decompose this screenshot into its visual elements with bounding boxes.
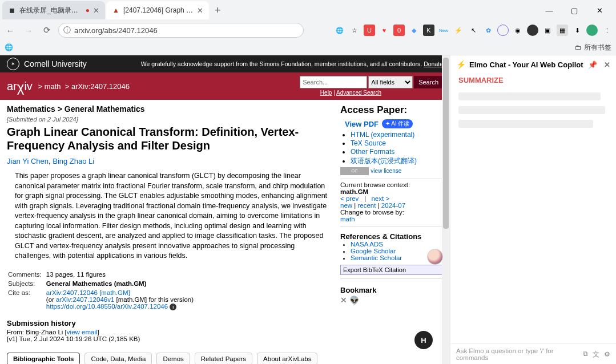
address-bar[interactable]: ⓘ arxiv.org/abs/2407.12046	[58, 23, 304, 38]
search-field-select[interactable]: All fields	[368, 76, 413, 88]
site-info-icon[interactable]: ⓘ	[63, 25, 71, 35]
access-sidebar: Access Paper: View PDF ✦ AI 伴读 HTML (exp…	[340, 104, 443, 364]
help-link[interactable]: Help	[320, 90, 332, 96]
view-pdf-link[interactable]: View PDF	[345, 120, 379, 128]
forward-button[interactable]: →	[22, 23, 35, 37]
label: Cite as:	[8, 289, 45, 311]
search-button[interactable]: Search	[414, 76, 443, 88]
ext-icon[interactable]: New	[438, 25, 449, 36]
recent-link[interactable]: recent	[358, 202, 376, 209]
ext-icon[interactable]: ♥	[379, 25, 390, 36]
ext-icon[interactable]	[527, 25, 538, 36]
ack-text: We gratefully acknowledge support from t…	[141, 60, 422, 67]
ext-icon[interactable]: 0	[393, 25, 405, 36]
ext-icon[interactable]: U	[364, 25, 375, 36]
tab-2-active[interactable]: ▲ [2407.12046] Graph Linear C… ✕	[106, 1, 209, 19]
reddit-icon[interactable]: 👽	[349, 296, 359, 305]
semscholar-link[interactable]: Semantic Scholar	[351, 254, 402, 261]
maximize-button[interactable]: ▢	[565, 2, 584, 18]
scroll-thumb[interactable]	[443, 58, 449, 229]
ext-icon[interactable]: K	[423, 25, 434, 36]
pin-icon[interactable]: 📌	[588, 60, 597, 69]
access-header: Access Paper:	[340, 104, 443, 116]
bibsonomy-icon[interactable]: ✕	[340, 296, 347, 305]
tab-1[interactable]: ◼ 在线录屏_电脑录屏软件_1 ● ✕	[2, 1, 105, 19]
gscholar-link[interactable]: Google Scholar	[351, 248, 396, 254]
next-link[interactable]: next >	[371, 195, 389, 202]
cite-link[interactable]: arXiv:2407.12046 [math.GM]	[46, 289, 130, 296]
elmo-ext-icon[interactable]: ▦	[557, 25, 568, 36]
scrollbar[interactable]	[442, 55, 450, 364]
back-button[interactable]: ←	[3, 23, 17, 37]
ai-badge[interactable]: ✦ AI 伴读	[382, 119, 413, 128]
assistant-avatar-icon[interactable]	[427, 249, 443, 265]
tab-bibtools[interactable]: Bibliographic Tools	[7, 353, 80, 365]
ext-icon[interactable]: ▣	[542, 25, 553, 36]
globe-icon[interactable]: 🌐	[5, 43, 13, 51]
new-tab-button[interactable]: +	[210, 5, 226, 17]
cc-license-icon[interactable]: CC	[340, 167, 369, 175]
summarize-button[interactable]: SUMMARIZE	[450, 74, 616, 87]
all-bookmarks-button[interactable]: 所有书签	[584, 43, 611, 52]
floating-action-button[interactable]: H	[414, 331, 433, 349]
elmo-panel: ⚡ Elmo Chat - Your AI Web Copilot 📌 ✕ SU…	[450, 55, 616, 364]
doi-link[interactable]: https://doi.org/10.48550/arXiv.2407.1204…	[46, 303, 168, 310]
reload-button[interactable]: ⟳	[40, 23, 54, 37]
favicon-icon: ◼	[8, 6, 16, 14]
donate-link[interactable]: Donate	[424, 60, 443, 67]
bolt-icon: ⚡	[456, 60, 466, 69]
translate-icon[interactable]: 🌐	[334, 25, 345, 36]
download-icon[interactable]: ⬇	[571, 25, 583, 36]
export-bibtex-button[interactable]: Export BibTeX Citation	[340, 265, 443, 275]
tab-code[interactable]: Code, Data, Media	[84, 353, 152, 365]
math-link[interactable]: math	[340, 216, 355, 223]
close-icon[interactable]: ✕	[197, 6, 203, 15]
cursor-icon[interactable]: ↖	[468, 25, 479, 36]
copy-icon[interactable]: ⧉	[583, 350, 588, 359]
author-link[interactable]: Jian Yi Chen	[7, 157, 49, 165]
license-link[interactable]: view license	[371, 168, 401, 174]
arxiv-id: arXiv:2407.12046	[71, 82, 130, 91]
html-link[interactable]: HTML (experimental)	[351, 131, 414, 139]
nasa-ads-link[interactable]: NASA ADS	[351, 241, 383, 248]
ext-icon[interactable]: ✿	[482, 25, 494, 36]
refs-header: References & Citations	[340, 232, 443, 241]
elmo-input[interactable]: Ask Elmo a question or type '/' for comm…	[456, 347, 583, 361]
view-email-link[interactable]: view email	[67, 329, 98, 335]
menu-icon[interactable]: ⋮	[601, 25, 613, 36]
author-link[interactable]: Bing Zhao Li	[53, 157, 94, 165]
subject-header: Mathematics > General Mathematics	[7, 104, 331, 114]
tab-demos[interactable]: Demos	[156, 353, 190, 365]
ext-icon[interactable]: ◆	[408, 25, 420, 36]
prev-link[interactable]: < prev	[340, 195, 359, 202]
bolt-icon[interactable]: ⚡	[453, 25, 464, 36]
info-icon[interactable]: i	[170, 304, 176, 310]
toolbar-right: 🌐 ☆ U ♥ 0 ◆ K New ⚡ ↖ ✿ ◉ ▣ ▦ ⬇ ⋮	[334, 25, 613, 36]
bookmark-star-icon[interactable]: ☆	[349, 25, 360, 36]
close-icon[interactable]: ✕	[93, 6, 99, 15]
ancillary-tabs: Bibliographic Tools Code, Data, Media De…	[7, 353, 331, 365]
tab-labs[interactable]: About arXivLabs	[257, 353, 317, 365]
other-formats-link[interactable]: Other Formats	[351, 148, 394, 156]
search-input[interactable]	[300, 76, 367, 88]
new-link[interactable]: new	[340, 202, 352, 209]
ext-icon[interactable]	[497, 25, 509, 36]
cite-link[interactable]: arXiv:2407.12046v1	[56, 296, 114, 303]
tab-related[interactable]: Related Papers	[195, 353, 252, 365]
month-link[interactable]: 2024-07	[381, 202, 405, 209]
close-window-button[interactable]: ✕	[590, 2, 609, 18]
tex-link[interactable]: TeX Source	[351, 139, 386, 147]
close-icon[interactable]: ✕	[604, 60, 610, 69]
math-link[interactable]: math	[45, 82, 61, 91]
minimize-button[interactable]: —	[539, 2, 559, 18]
meta-table: Comments:13 pages, 11 figures Subjects:G…	[7, 269, 198, 312]
settings-icon[interactable]: ⚙	[604, 350, 610, 359]
adv-search-link[interactable]: Advanced Search	[336, 90, 381, 96]
arxiv-logo[interactable]: arχiv	[7, 78, 33, 94]
ext-icon[interactable]: ◉	[512, 25, 524, 36]
label: Subjects:	[8, 280, 45, 288]
lang-icon[interactable]: 文	[593, 350, 599, 359]
arxiv-favicon-icon: ▲	[112, 6, 120, 14]
bilingual-link[interactable]: 双语版本(沉浸式翻译)	[351, 157, 417, 165]
profile-icon[interactable]	[586, 25, 598, 36]
